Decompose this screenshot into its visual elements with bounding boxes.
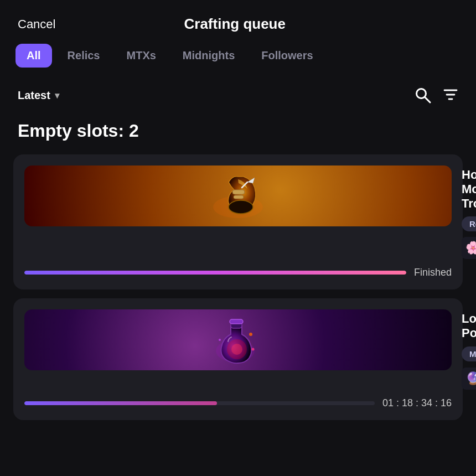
svg-point-15 bbox=[252, 348, 255, 351]
progress-row: 01 : 18 : 34 : 16 bbox=[24, 397, 452, 409]
filter-button[interactable] bbox=[443, 87, 458, 103]
svg-point-13 bbox=[249, 333, 252, 336]
tab-all[interactable]: All bbox=[15, 44, 52, 68]
item-badges: Relic Rare bbox=[462, 216, 476, 231]
tab-mtxs[interactable]: MTXs bbox=[116, 44, 167, 68]
item-image-potion bbox=[24, 309, 452, 370]
tab-midnights[interactable]: Midnights bbox=[172, 44, 246, 68]
header: Cancel Crafting queue bbox=[0, 0, 476, 44]
search-button[interactable] bbox=[414, 86, 432, 104]
svg-point-12 bbox=[231, 344, 242, 355]
svg-line-1 bbox=[425, 97, 431, 103]
item-name: Horn of Mountain Troll bbox=[462, 168, 476, 211]
tab-followers[interactable]: Followers bbox=[250, 44, 324, 68]
toolbar-icons bbox=[414, 86, 458, 104]
badge-relic: Relic bbox=[462, 216, 476, 231]
item-info: Horn of Mountain Troll Relic Rare 🌸 bbox=[462, 165, 476, 259]
potion-svg bbox=[208, 309, 268, 370]
empty-slots-label: Empty slots: 2 bbox=[0, 112, 476, 154]
progress-bar bbox=[24, 271, 406, 275]
progress-bar bbox=[24, 401, 375, 405]
chevron-down-icon: ▾ bbox=[55, 90, 59, 101]
sort-label: Latest bbox=[18, 89, 50, 102]
item-small-icon: 🔮 bbox=[462, 368, 476, 390]
svg-rect-10 bbox=[230, 319, 243, 324]
item-top: Horn of Mountain Troll Relic Rare 🌸 bbox=[24, 165, 452, 259]
item-image-horn bbox=[24, 165, 452, 226]
filter-icon bbox=[443, 87, 458, 103]
badge-mtx: MTX bbox=[462, 346, 476, 361]
svg-point-14 bbox=[219, 339, 221, 341]
list-item[interactable]: Horn of Mountain Troll Relic Rare 🌸 Fini… bbox=[13, 154, 463, 289]
search-icon bbox=[414, 86, 432, 104]
item-badges: MTX Legendary bbox=[462, 346, 476, 362]
page-title: Crafting queue bbox=[55, 15, 414, 33]
tab-relics[interactable]: Relics bbox=[56, 44, 111, 68]
cancel-button[interactable]: Cancel bbox=[18, 17, 55, 32]
item-info: Lover's Avarice Potion MTX Legendary 🔮 bbox=[462, 309, 476, 390]
item-name: Lover's Avarice Potion bbox=[462, 312, 476, 340]
list-item[interactable]: Lover's Avarice Potion MTX Legendary 🔮 0… bbox=[13, 298, 463, 420]
items-list: Horn of Mountain Troll Relic Rare 🌸 Fini… bbox=[0, 154, 476, 420]
progress-fill bbox=[24, 271, 406, 275]
progress-fill bbox=[24, 401, 217, 405]
item-top: Lover's Avarice Potion MTX Legendary 🔮 bbox=[24, 309, 452, 390]
horn-svg bbox=[208, 165, 268, 226]
svg-point-3 bbox=[229, 200, 253, 214]
sort-button[interactable]: Latest ▾ bbox=[18, 89, 59, 102]
item-small-icon: 🌸 bbox=[462, 237, 476, 259]
progress-row: Finished bbox=[24, 267, 452, 278]
tabs-bar: All Relics MTXs Midnights Followers bbox=[0, 44, 476, 79]
svg-rect-5 bbox=[234, 195, 244, 199]
progress-label: Finished bbox=[414, 267, 452, 278]
toolbar: Latest ▾ bbox=[0, 79, 476, 112]
progress-label: 01 : 18 : 34 : 16 bbox=[382, 397, 452, 409]
svg-rect-4 bbox=[232, 190, 245, 194]
